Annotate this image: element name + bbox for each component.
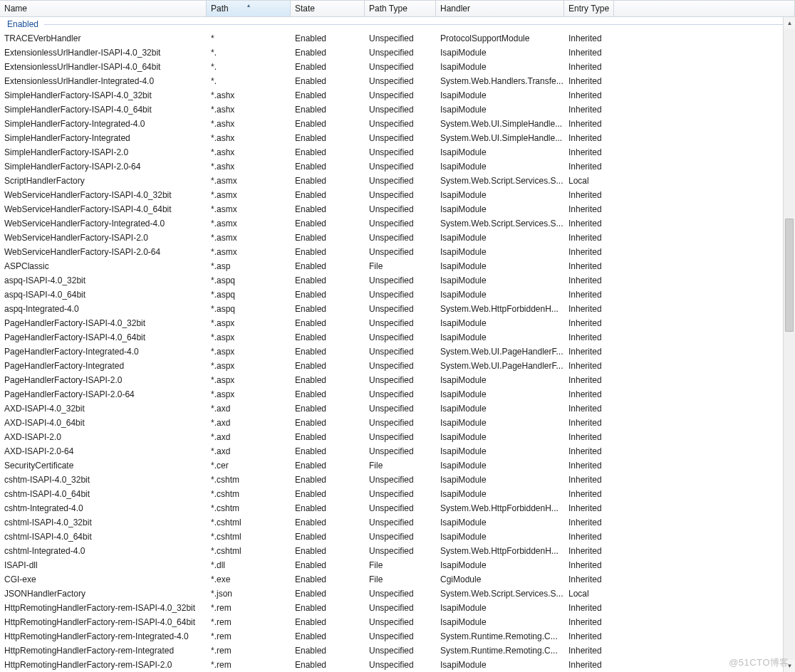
cell-name: WebServiceHandlerFactory-ISAPI-2.0 (0, 233, 207, 243)
scroll-down-icon[interactable]: ▼ (784, 660, 795, 672)
table-row[interactable]: PageHandlerFactory-ISAPI-4.0_32bit*.aspx… (0, 316, 795, 330)
column-header-handler[interactable]: Handler (436, 1, 564, 16)
cell-path-type: Unspecified (365, 90, 436, 100)
cell-handler: IsapiModule (436, 432, 564, 442)
table-row[interactable]: aspq-ISAPI-4.0_64bit*.aspqEnabledUnspeci… (0, 288, 795, 302)
cell-handler: IsapiModule (436, 48, 564, 58)
table-row[interactable]: PageHandlerFactory-Integrated-4.0*.aspxE… (0, 345, 795, 359)
cell-name: TRACEVerbHandler (0, 33, 207, 43)
table-row[interactable]: PageHandlerFactory-ISAPI-2.0-64*.aspxEna… (0, 387, 795, 401)
cell-path: *.asmx (207, 204, 291, 214)
cell-path-type: Unspecified (365, 290, 436, 300)
cell-state: Enabled (291, 275, 365, 285)
vertical-scrollbar-thumb[interactable] (785, 219, 794, 332)
cell-handler: IsapiModule (436, 617, 564, 627)
table-row[interactable]: AXD-ISAPI-4.0_32bit*.axdEnabledUnspecifi… (0, 401, 795, 416)
cell-state: Enabled (291, 147, 365, 157)
table-row[interactable]: SimpleHandlerFactory-ISAPI-2.0*.ashxEnab… (0, 145, 795, 159)
column-header-state[interactable]: State (291, 1, 365, 16)
table-row[interactable]: ExtensionlessUrlHandler-Integrated-4.0*.… (0, 74, 795, 88)
table-row[interactable]: AXD-ISAPI-4.0_64bit*.axdEnabledUnspecifi… (0, 416, 795, 430)
cell-path-type: File (365, 461, 436, 471)
group-header-enabled[interactable]: Enabled (0, 17, 795, 31)
cell-entry-type: Inherited (564, 33, 614, 43)
cell-name: SimpleHandlerFactory-Integrated (0, 133, 207, 143)
table-row[interactable]: aspq-Integrated-4.0*.aspqEnabledUnspecif… (0, 302, 795, 316)
cell-name: HttpRemotingHandlerFactory-rem-Integrate… (0, 646, 207, 656)
column-header-path-type[interactable]: Path Type (365, 1, 436, 16)
table-row[interactable]: WebServiceHandlerFactory-ISAPI-4.0_32bit… (0, 188, 795, 202)
table-row[interactable]: ISAPI-dll*.dllEnabledFileIsapiModuleInhe… (0, 558, 795, 572)
table-row[interactable]: ASPClassic*.aspEnabledFileIsapiModuleInh… (0, 259, 795, 273)
table-row[interactable]: aspq-ISAPI-4.0_32bit*.aspqEnabledUnspeci… (0, 273, 795, 288)
table-row[interactable]: cshtm-ISAPI-4.0_32bit*.cshtmEnabledUnspe… (0, 473, 795, 487)
table-row[interactable]: AXD-ISAPI-2.0*.axdEnabledUnspecifiedIsap… (0, 430, 795, 444)
table-row[interactable]: WebServiceHandlerFactory-ISAPI-4.0_64bit… (0, 202, 795, 216)
table-row[interactable]: HttpRemotingHandlerFactory-rem-Integrate… (0, 629, 795, 644)
table-row[interactable]: WebServiceHandlerFactory-Integrated-4.0*… (0, 216, 795, 231)
table-row[interactable]: JSONHandlerFactory*.jsonEnabledUnspecifi… (0, 587, 795, 601)
cell-path: *.cshtml (207, 518, 291, 527)
table-row[interactable]: cshtml-ISAPI-4.0_64bit*.cshtmlEnabledUns… (0, 530, 795, 544)
cell-entry-type: Inherited (564, 247, 614, 257)
cell-state: Enabled (291, 375, 365, 385)
cell-entry-type: Inherited (564, 204, 614, 214)
table-row[interactable]: ScriptHandlerFactory*.asmxEnabledUnspeci… (0, 174, 795, 188)
table-row[interactable]: PageHandlerFactory-ISAPI-4.0_64bit*.aspx… (0, 330, 795, 345)
table-row[interactable]: TRACEVerbHandler*EnabledUnspecifiedProto… (0, 31, 795, 46)
table-row[interactable]: HttpRemotingHandlerFactory-rem-ISAPI-2.0… (0, 658, 795, 672)
cell-handler: System.Web.UI.SimpleHandle... (436, 133, 564, 143)
cell-state: Enabled (291, 90, 365, 100)
cell-name: PageHandlerFactory-ISAPI-2.0 (0, 375, 207, 385)
table-row[interactable]: PageHandlerFactory-ISAPI-2.0*.aspxEnable… (0, 373, 795, 387)
cell-name: HttpRemotingHandlerFactory-rem-Integrate… (0, 631, 207, 641)
table-row[interactable]: HttpRemotingHandlerFactory-rem-ISAPI-4.0… (0, 601, 795, 615)
table-row[interactable]: cshtm-ISAPI-4.0_64bit*.cshtmEnabledUnspe… (0, 487, 795, 501)
cell-path-type: Unspecified (365, 375, 436, 385)
cell-entry-type: Inherited (564, 404, 614, 414)
table-row[interactable]: ExtensionlessUrlHandler-ISAPI-4.0_32bit*… (0, 46, 795, 60)
cell-name: SecurityCertificate (0, 461, 207, 471)
cell-handler: IsapiModule (436, 105, 564, 115)
table-row[interactable]: SimpleHandlerFactory-ISAPI-2.0-64*.ashxE… (0, 159, 795, 174)
cell-handler: IsapiModule (436, 247, 564, 257)
cell-name: AXD-ISAPI-2.0 (0, 432, 207, 442)
table-row[interactable]: CGI-exe*.exeEnabledFileCgiModuleInherite… (0, 572, 795, 587)
table-row[interactable]: cshtml-Integrated-4.0*.cshtmlEnabledUnsp… (0, 544, 795, 558)
cell-handler: System.Web.HttpForbiddenH... (436, 503, 564, 513)
table-row[interactable]: cshtm-Integrated-4.0*.cshtmEnabledUnspec… (0, 501, 795, 515)
cell-path: *.axd (207, 404, 291, 414)
cell-state: Enabled (291, 347, 365, 357)
table-row[interactable]: HttpRemotingHandlerFactory-rem-ISAPI-4.0… (0, 615, 795, 629)
column-header-entry-type[interactable]: Entry Type (564, 1, 614, 16)
table-row[interactable]: cshtml-ISAPI-4.0_32bit*.cshtmlEnabledUns… (0, 515, 795, 530)
cell-state: Enabled (291, 233, 365, 243)
table-row[interactable]: WebServiceHandlerFactory-ISAPI-2.0*.asmx… (0, 231, 795, 245)
cell-path: *.cshtml (207, 532, 291, 542)
cell-handler: IsapiModule (436, 418, 564, 428)
cell-path: *.rem (207, 660, 291, 670)
vertical-scrollbar-track[interactable] (784, 29, 795, 660)
cell-state: Enabled (291, 589, 365, 599)
table-row[interactable]: SecurityCertificate*.cerEnabledFileIsapi… (0, 458, 795, 473)
table-row[interactable]: SimpleHandlerFactory-Integrated*.ashxEna… (0, 131, 795, 145)
column-header-path[interactable]: Path ▴ (207, 1, 291, 16)
vertical-scrollbar[interactable]: ▲ ▼ (783, 17, 795, 672)
scroll-up-icon[interactable]: ▲ (784, 17, 795, 29)
table-row[interactable]: PageHandlerFactory-Integrated*.aspxEnabl… (0, 359, 795, 373)
table-row[interactable]: AXD-ISAPI-2.0-64*.axdEnabledUnspecifiedI… (0, 444, 795, 458)
cell-entry-type: Inherited (564, 261, 614, 271)
cell-handler: IsapiModule (436, 404, 564, 414)
cell-path: *.aspq (207, 275, 291, 285)
table-row[interactable]: SimpleHandlerFactory-Integrated-4.0*.ash… (0, 117, 795, 131)
table-row[interactable]: HttpRemotingHandlerFactory-rem-Integrate… (0, 644, 795, 658)
cell-name: cshtm-Integrated-4.0 (0, 503, 207, 513)
cell-name: ASPClassic (0, 261, 207, 271)
column-header-name[interactable]: Name (0, 1, 207, 16)
table-row[interactable]: WebServiceHandlerFactory-ISAPI-2.0-64*.a… (0, 245, 795, 259)
table-row[interactable]: SimpleHandlerFactory-ISAPI-4.0_64bit*.as… (0, 103, 795, 117)
table-row[interactable]: SimpleHandlerFactory-ISAPI-4.0_32bit*.as… (0, 88, 795, 103)
table-row[interactable]: ExtensionlessUrlHandler-ISAPI-4.0_64bit*… (0, 60, 795, 74)
cell-name: aspq-ISAPI-4.0_32bit (0, 275, 207, 285)
cell-entry-type: Inherited (564, 147, 614, 157)
